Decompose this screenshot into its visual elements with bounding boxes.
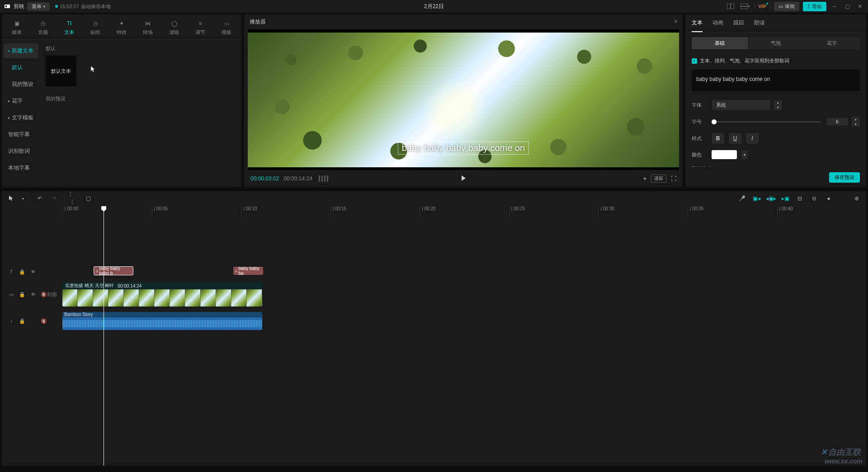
audio-clip[interactable]: Bamboo Story	[62, 312, 262, 330]
mute-icon[interactable]: 🔇	[41, 318, 47, 324]
mute-icon[interactable]: 🔇	[41, 291, 47, 297]
sidebar-item-4[interactable]: ▸文字模板	[4, 110, 38, 125]
review-button[interactable]: ▭ 审阅	[774, 2, 799, 11]
inspector-tab-1[interactable]: 动画	[712, 19, 723, 32]
media-tab-0[interactable]: ▣媒体	[4, 17, 30, 39]
font-stepper[interactable]: ▴▾	[774, 100, 782, 110]
export-icon: ⤴	[807, 4, 810, 9]
pointer-tool[interactable]	[6, 194, 16, 203]
save-preset-button[interactable]: 保存预设	[829, 172, 860, 183]
color-dropdown[interactable]: ▾	[741, 150, 748, 159]
color-scope-icon[interactable]	[319, 175, 328, 182]
sidebar-item-0[interactable]: ▸新建文本	[4, 43, 38, 58]
size-stepper[interactable]: ▴▾	[852, 117, 860, 127]
export-button[interactable]: ⤴ 导出	[803, 2, 826, 11]
video-clip[interactable]: 实景拍摄 晴天 天空 树叶 00:00:14:24	[62, 282, 262, 307]
maximize-button[interactable]: ▢	[843, 2, 852, 11]
text-track-icon[interactable]: T	[8, 269, 14, 275]
menu-button[interactable]: 菜单 ▾	[27, 2, 50, 11]
focus-icon[interactable]: ⌖	[643, 175, 646, 182]
lock-icon[interactable]: 🔒	[19, 291, 25, 297]
media-tab-5[interactable]: ⋈转场	[135, 17, 161, 39]
visibility-icon[interactable]: 👁	[30, 269, 36, 275]
text-sidebar: ▸新建文本默认我的预设▸花字▸文字模板智能字幕识别歌词本地字幕	[2, 40, 40, 187]
video-track: ▭ 🔒 👁 🔇 封面 实景拍摄 晴天 天空 树叶 00:00:14:24	[2, 282, 866, 307]
redo-button[interactable]: ↷	[49, 194, 59, 203]
inspector-tab-3[interactable]: 朗读	[754, 19, 765, 32]
sidebar-item-3[interactable]: ▸花字	[4, 94, 38, 109]
media-tab-7[interactable]: ≡调节	[187, 17, 213, 39]
player-menu-icon[interactable]: ≡	[674, 18, 677, 26]
sidebar-item-5[interactable]: 智能字幕	[4, 127, 38, 142]
magnet-right-icon[interactable]: ▸▣	[780, 194, 790, 203]
magnet-center-icon[interactable]: ◂▣▸	[766, 194, 776, 203]
media-tab-8[interactable]: ▭模板	[213, 17, 240, 39]
sidebar-item-6[interactable]: 识别歌词	[4, 144, 38, 159]
text-content-input[interactable]	[692, 70, 860, 91]
inspector-subtab-0[interactable]: 基础	[692, 37, 748, 49]
pointer-dropdown-icon[interactable]: ▾	[21, 194, 25, 203]
sidebar-item-2[interactable]: 我的预设	[4, 77, 38, 92]
media-tab-icon: ⋈	[143, 19, 152, 28]
close-button[interactable]: ✕	[855, 2, 864, 11]
inspector-tab-0[interactable]: 文本	[692, 19, 703, 32]
slider-thumb[interactable]	[712, 119, 717, 124]
align-icon[interactable]: ⊟	[795, 194, 805, 203]
media-tabs: ▣媒体◷音频TI文本◷贴纸✦特效⋈转场◯滤镜≡调节▭模板	[2, 14, 241, 40]
ratio-selector[interactable]: 适应	[651, 175, 666, 183]
media-tab-6[interactable]: ◯滤镜	[161, 17, 187, 39]
zoom-fit-icon[interactable]: ⊕	[852, 194, 862, 203]
media-tab-icon: ◯	[170, 19, 179, 28]
size-input[interactable]: 6	[826, 118, 848, 126]
underline-button[interactable]: U	[729, 133, 741, 144]
subtitle-text-overlay[interactable]: baby baby baby baby come on	[398, 142, 529, 155]
color-swatch[interactable]	[712, 150, 737, 159]
font-select[interactable]: 系统	[712, 100, 770, 110]
play-button[interactable]	[460, 175, 467, 183]
media-tab-2[interactable]: TI文本	[56, 17, 82, 39]
delete-tool[interactable]: ▢	[83, 194, 93, 203]
text-clip-0[interactable]: ♪baby baby baby b	[94, 267, 133, 275]
magnet-left-icon[interactable]: ▣◂	[751, 194, 761, 203]
mic-icon[interactable]: 🎤	[737, 194, 747, 203]
visibility-icon[interactable]: 👁	[30, 291, 36, 297]
text-track: T 🔒 👁 ♪baby baby baby b♪baby baby ba	[2, 267, 866, 277]
vip-badge[interactable]: VIP	[758, 4, 766, 9]
inspector-tab-2[interactable]: 跟踪	[733, 19, 744, 32]
apply-all-checkbox[interactable]: ✓ 文本、排列、气泡、花字应用到全部歌词	[692, 57, 860, 64]
minimize-button[interactable]: ─	[830, 2, 839, 11]
text-clip-1[interactable]: ♪baby baby ba	[233, 267, 263, 275]
undo-button[interactable]: ↶	[35, 194, 45, 203]
audio-track-icon[interactable]: ♪	[8, 318, 14, 324]
cover-label[interactable]: 封面	[47, 282, 62, 307]
svg-rect-1	[5, 5, 7, 7]
playhead[interactable]	[104, 206, 104, 466]
media-tab-4[interactable]: ✦特效	[108, 17, 135, 39]
split-tool[interactable]: 〕〔	[69, 194, 79, 203]
player-viewport[interactable]: baby baby baby baby come on	[248, 29, 679, 170]
layout-icon[interactable]	[725, 2, 736, 11]
inspector-subtab-1[interactable]: 气泡	[748, 37, 804, 49]
titlebar: 剪映 菜单 ▾ 15:52:27 自动保存本地 2月22日 ▾ VIP ▭ 审阅…	[0, 0, 868, 13]
inspector-panel: 文本动画跟踪朗读 基础气泡花字 ✓ 文本、排列、气泡、花字应用到全部歌词 字体 …	[685, 14, 866, 187]
sidebar-item-7[interactable]: 本地字幕	[4, 160, 38, 175]
audio-clip-title: Bamboo Story	[62, 312, 262, 317]
sidebar-item-1[interactable]: 默认	[4, 60, 38, 75]
timeline-ruler[interactable]: | 00:00| 00:05| 00:10| 00:15| 00:20| 00:…	[2, 206, 866, 217]
fullscreen-icon[interactable]: ⛶	[671, 175, 676, 182]
bold-button[interactable]: B	[712, 133, 724, 144]
zoom-slider-icon[interactable]: ●	[824, 194, 834, 203]
size-slider[interactable]	[712, 121, 821, 123]
ruler-tick: | 00:05	[152, 206, 241, 217]
video-frame: baby baby baby baby come on	[248, 33, 679, 167]
lock-icon[interactable]: 🔒	[19, 269, 25, 275]
zoom-out-icon[interactable]: ⊖	[809, 194, 819, 203]
lock-icon[interactable]: 🔒	[19, 318, 25, 324]
video-track-icon[interactable]: ▭	[8, 291, 14, 297]
inspector-subtab-2[interactable]: 花字	[804, 37, 860, 49]
layout2-icon[interactable]: ▾	[740, 2, 750, 11]
media-tab-1[interactable]: ◷音频	[30, 17, 56, 39]
default-text-preset[interactable]: 默认文本	[46, 56, 76, 86]
italic-button[interactable]: I	[746, 133, 759, 144]
media-tab-3[interactable]: ◷贴纸	[82, 17, 108, 39]
